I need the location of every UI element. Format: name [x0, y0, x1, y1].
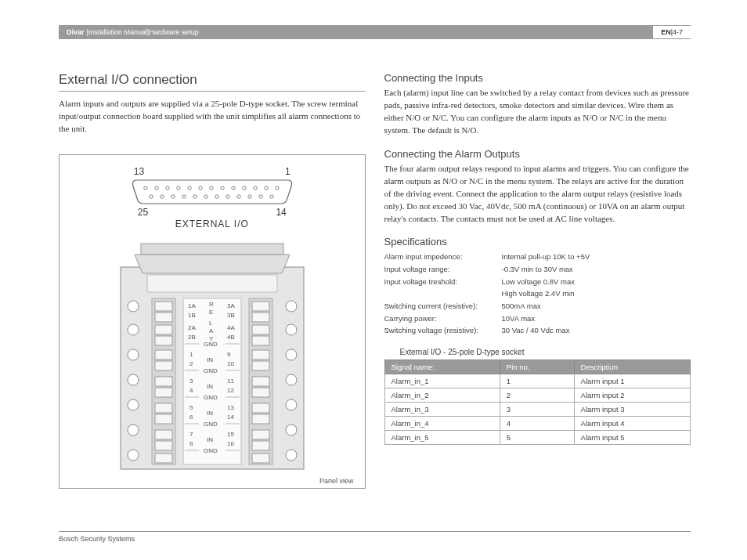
spec-label: Alarm input impedence:: [384, 251, 502, 263]
svg-rect-48: [155, 350, 172, 359]
svg-text:16: 16: [227, 440, 234, 447]
svg-point-3: [177, 186, 180, 190]
pin-14-label: 14: [276, 207, 286, 218]
table-cell-pin: 1: [500, 374, 574, 388]
svg-rect-68: [252, 441, 269, 450]
connecting-outputs-block: Connecting the Alarm Outputs The four al…: [384, 148, 691, 226]
svg-rect-45: [155, 313, 172, 322]
svg-text:IN: IN: [207, 410, 213, 417]
svg-point-0: [144, 186, 147, 190]
svg-text:E: E: [209, 309, 213, 316]
svg-rect-51: [155, 388, 172, 397]
spec-row: Switching voltage (resistive):30 Vac / 4…: [384, 324, 691, 337]
section-title-external-io: External I/O connection: [59, 72, 366, 92]
svg-text:10: 10: [227, 360, 234, 367]
svg-text:3: 3: [189, 378, 193, 385]
table-row: Alarm_in_55Alarm input 5: [384, 431, 691, 445]
external-io-body: Alarm inputs and outputs are supplied vi…: [59, 98, 366, 135]
svg-point-35: [286, 374, 297, 385]
svg-point-9: [243, 186, 246, 190]
lang-code: EN: [661, 28, 671, 36]
specifications-title: Specifications: [384, 236, 691, 247]
table-cell-desc: Alarm input 2: [574, 388, 690, 403]
svg-text:L: L: [209, 320, 213, 327]
svg-text:11: 11: [227, 378, 234, 385]
svg-text:7: 7: [189, 431, 193, 438]
svg-point-19: [215, 195, 218, 198]
specifications-block: Specifications Alarm input impedence:Int…: [384, 236, 691, 337]
svg-rect-26: [141, 244, 283, 255]
svg-point-17: [193, 195, 197, 198]
pin-1-label: 1: [285, 166, 290, 177]
svg-text:GND: GND: [204, 394, 218, 401]
col-pin: Pin no.: [500, 360, 574, 374]
spec-label: Switching current (resistive):: [384, 300, 502, 313]
table-cell-signal: Alarm_in_1: [384, 374, 500, 388]
spec-row: Carrying power:10VA max: [384, 313, 691, 325]
page-header: Divar | Installation Manual | Hardware s…: [59, 25, 691, 39]
svg-rect-56: [155, 453, 172, 463]
svg-text:12: 12: [227, 387, 234, 394]
db25-top-pin-labels: 13 1: [134, 166, 290, 177]
svg-rect-27: [147, 275, 277, 292]
table-row: Alarm_in_11Alarm input 1: [384, 374, 691, 388]
connecting-outputs-title: Connecting the Alarm Outputs: [384, 148, 691, 160]
svg-text:14: 14: [227, 414, 234, 421]
table-cell-pin: 4: [500, 417, 574, 431]
svg-text:R: R: [209, 301, 214, 308]
svg-text:A: A: [209, 327, 214, 334]
svg-rect-63: [252, 377, 269, 386]
right-column: Connecting the Inputs Each (alarm) input…: [384, 72, 691, 513]
page-footer: Bosch Security Systems: [59, 531, 691, 543]
table-cell-desc: Alarm input 5: [574, 431, 690, 445]
svg-rect-65: [252, 403, 269, 413]
table-row: Alarm_in_22Alarm input 2: [384, 388, 691, 403]
svg-text:4A: 4A: [227, 324, 235, 331]
spec-value: 500mA max: [502, 300, 691, 313]
terminal-board-figure: 1A 1B 3A 3B R E 2A 2B 4A 4B L A Y: [106, 239, 318, 474]
connecting-inputs-title: Connecting the Inputs: [384, 72, 691, 84]
svg-text:IN: IN: [207, 356, 213, 363]
svg-point-37: [286, 399, 297, 410]
spec-label: Switching voltage (resistive):: [384, 324, 502, 337]
svg-rect-57: [252, 302, 269, 311]
svg-rect-66: [252, 414, 269, 424]
svg-text:1B: 1B: [188, 312, 196, 319]
table-cell-signal: Alarm_in_2: [384, 388, 500, 403]
svg-text:3A: 3A: [227, 302, 235, 309]
svg-text:IN: IN: [207, 436, 213, 443]
svg-point-32: [128, 349, 139, 360]
svg-point-40: [128, 450, 139, 461]
pin-13-label: 13: [134, 166, 144, 177]
svg-rect-50: [155, 377, 172, 386]
header-breadcrumb: Divar | Installation Manual | Hardware s…: [59, 25, 653, 39]
svg-text:5: 5: [189, 404, 193, 411]
svg-rect-52: [155, 403, 172, 413]
svg-point-29: [286, 301, 297, 312]
spec-row: High voltage 2.4V min: [384, 287, 691, 300]
svg-point-1: [155, 186, 158, 190]
svg-point-6: [210, 186, 213, 190]
pinout-table: Signal name: Pin no. Description Alarm_i…: [384, 359, 691, 445]
svg-point-34: [128, 374, 139, 385]
connecting-outputs-body: The four alarm output relays respond to …: [384, 163, 691, 226]
table-cell-signal: Alarm_in_3: [384, 403, 500, 417]
spec-value: Low voltage 0.8V max: [502, 276, 691, 288]
connecting-inputs-block: Connecting the Inputs Each (alarm) input…: [384, 72, 691, 137]
svg-rect-53: [155, 414, 172, 424]
page-body: External I/O connection Alarm inputs and…: [59, 72, 691, 513]
svg-point-39: [286, 425, 297, 435]
svg-text:2A: 2A: [188, 324, 196, 331]
spec-label: Input voltage treshold:: [384, 276, 502, 288]
table-cell-signal: Alarm_in_4: [384, 417, 500, 431]
svg-text:IN: IN: [207, 383, 213, 390]
svg-text:2B: 2B: [188, 334, 196, 341]
spec-label: Carrying power:: [384, 313, 502, 325]
svg-point-31: [286, 324, 297, 335]
table-cell-desc: Alarm input 4: [574, 417, 690, 431]
svg-point-24: [270, 195, 273, 198]
svg-point-2: [166, 186, 169, 190]
svg-rect-61: [252, 350, 269, 359]
svg-text:2: 2: [189, 360, 193, 367]
svg-point-7: [221, 186, 224, 190]
